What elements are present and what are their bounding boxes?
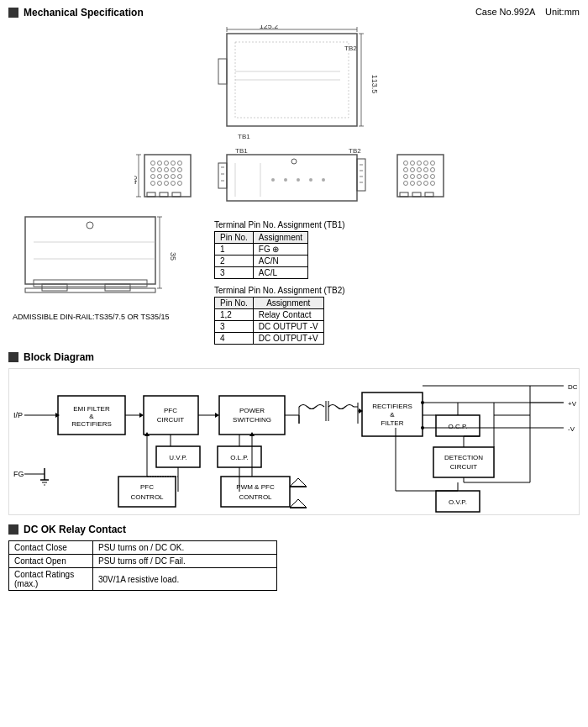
- svg-text:35: 35: [169, 252, 177, 261]
- svg-rect-90: [105, 284, 130, 291]
- svg-text:40: 40: [134, 176, 139, 184]
- relay-header: DC OK Relay Contact: [8, 524, 580, 535]
- svg-marker-168: [290, 478, 307, 487]
- tb2-title: Terminal Pin No. Assignment (TB2): [214, 286, 345, 295]
- svg-point-77: [424, 175, 428, 179]
- svg-point-73: [431, 168, 435, 172]
- svg-point-62: [322, 178, 325, 182]
- svg-text:DC OK: DC OK: [568, 383, 580, 391]
- relay-table: Contact ClosePSU turns on / DC OK.Contac…: [8, 540, 277, 591]
- svg-point-79: [404, 182, 408, 186]
- relay-cell: PSU turns on / DC OK.: [93, 541, 277, 555]
- svg-point-27: [165, 168, 169, 172]
- tb1-col-assignment: Assignment: [253, 232, 307, 244]
- svg-point-26: [158, 168, 162, 172]
- relay-title: DC OK Relay Contact: [24, 524, 126, 535]
- right-side-drawing: [391, 146, 454, 209]
- svg-text:TB2: TB2: [349, 147, 361, 155]
- terminal-tables: Terminal Pin No. Assignment (TB1) Pin No…: [214, 217, 345, 345]
- din-view-svg: 35: [13, 213, 197, 309]
- svg-rect-46: [218, 163, 227, 188]
- relay-contact-section: DC OK Relay Contact Contact ClosePSU tur…: [8, 524, 580, 591]
- svg-rect-2: [218, 59, 227, 84]
- svg-text:PFC: PFC: [140, 483, 154, 491]
- relay-cell: Contact Ratings (max.): [9, 568, 93, 591]
- svg-text:125.2: 125.2: [260, 25, 279, 30]
- svg-text:CONTROL: CONTROL: [239, 493, 272, 501]
- svg-rect-89: [42, 284, 67, 291]
- block-diagram-header: Block Diagram: [8, 351, 580, 363]
- svg-point-32: [165, 175, 169, 179]
- svg-text:TB1: TB1: [238, 133, 250, 140]
- tb2-cell: DC OUTPUT+V: [253, 333, 323, 345]
- svg-point-75: [411, 175, 415, 179]
- svg-point-69: [404, 168, 408, 172]
- svg-text:EMI FILTER: EMI FILTER: [73, 405, 110, 413]
- svg-text:U.V.P.: U.V.P.: [169, 454, 186, 461]
- block-diagram-title: Block Diagram: [24, 351, 94, 363]
- tb2-cell: 4: [215, 333, 254, 345]
- front-view-drawing: TB1 TB2: [210, 146, 378, 209]
- svg-point-71: [417, 168, 422, 172]
- section-marker-relay: [8, 524, 18, 535]
- svg-point-33: [171, 175, 176, 179]
- svg-point-34: [178, 175, 182, 179]
- svg-text:&: &: [390, 411, 395, 419]
- svg-point-64: [404, 161, 408, 166]
- svg-point-61: [309, 178, 312, 182]
- tb1-col-pinno: Pin No.: [215, 232, 254, 244]
- svg-point-59: [284, 178, 287, 182]
- tb1-cell: AC/L: [253, 267, 307, 279]
- tb1-title: Terminal Pin No. Assignment (TB1): [214, 220, 345, 229]
- tb1-cell: 3: [215, 267, 254, 279]
- svg-point-66: [417, 161, 422, 166]
- section-marker-bd: [8, 352, 18, 362]
- svg-text:DETECTION: DETECTION: [444, 454, 483, 461]
- svg-text:CONTROL: CONTROL: [130, 493, 164, 501]
- tb2-section: Terminal Pin No. Assignment (TB2) Pin No…: [214, 286, 345, 345]
- svg-text:O.L.P.: O.L.P.: [230, 454, 249, 461]
- mechanical-drawings: 125.2 113.5 TB1 TB2 40: [8, 25, 580, 345]
- svg-text:RECTIFIERS: RECTIFIERS: [372, 403, 412, 410]
- section-title: Mechanical Specification: [24, 7, 144, 18]
- svg-point-37: [165, 182, 169, 186]
- tb1-cell: 2: [215, 256, 254, 267]
- left-side-drawing: 40: [134, 146, 197, 209]
- svg-point-24: [178, 161, 182, 166]
- bottom-row: 35 ADMISSIBLE DIN-RAIL:TS35/7.5 OR TS35/…: [8, 213, 580, 345]
- svg-point-57: [291, 159, 297, 164]
- svg-text:POWER: POWER: [239, 407, 265, 414]
- tb2-cell: DC OUTPUT -V: [253, 321, 323, 333]
- svg-point-81: [417, 182, 422, 186]
- svg-point-22: [165, 161, 169, 166]
- svg-text:I/P: I/P: [13, 411, 23, 419]
- din-rail-label: ADMISSIBLE DIN-RAIL:TS35/7.5 OR TS35/15: [13, 313, 197, 321]
- svg-text:O.V.P.: O.V.P.: [449, 498, 467, 506]
- block-diagram-section: Block Diagram I/P FG EMI FILTER & RECTIF…: [8, 351, 580, 517]
- svg-point-60: [297, 178, 300, 182]
- mechanical-spec-section: Mechanical Specification Case No.992A Un…: [8, 7, 580, 345]
- tb1-cell: FG ⊕: [253, 244, 307, 256]
- svg-point-23: [171, 161, 176, 166]
- tb2-table: Pin No. Assignment 1,2Relay Contact3DC O…: [214, 297, 324, 345]
- svg-point-80: [411, 182, 415, 186]
- relay-cell: Contact Open: [9, 555, 93, 568]
- svg-rect-119: [219, 396, 285, 435]
- top-view-drawing: 125.2 113.5 TB1 TB2: [189, 25, 399, 143]
- svg-text:PFC: PFC: [164, 407, 177, 414]
- svg-text:CIRCUIT: CIRCUIT: [450, 463, 478, 471]
- svg-point-65: [411, 161, 415, 166]
- svg-point-68: [431, 161, 435, 166]
- svg-point-187: [421, 426, 424, 429]
- svg-point-83: [431, 182, 435, 186]
- tb2-cell: Relay Contact: [253, 309, 323, 321]
- svg-point-92: [87, 222, 93, 229]
- tb1-section: Terminal Pin No. Assignment (TB1) Pin No…: [214, 220, 345, 279]
- svg-point-78: [431, 175, 435, 179]
- case-info: Case No.992A Unit:mm: [475, 7, 580, 17]
- svg-point-67: [424, 161, 428, 166]
- svg-text:SWITCHING: SWITCHING: [233, 416, 271, 424]
- svg-point-38: [171, 182, 176, 186]
- svg-text:&: &: [89, 413, 94, 420]
- svg-point-29: [178, 168, 182, 172]
